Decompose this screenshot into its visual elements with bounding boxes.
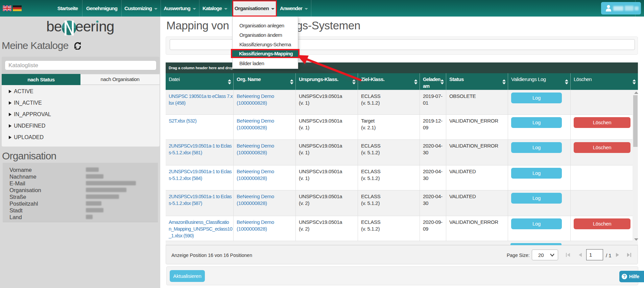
svg-text:be: be [46,19,62,34]
svg-text:eerıng: eerıng [75,19,114,34]
